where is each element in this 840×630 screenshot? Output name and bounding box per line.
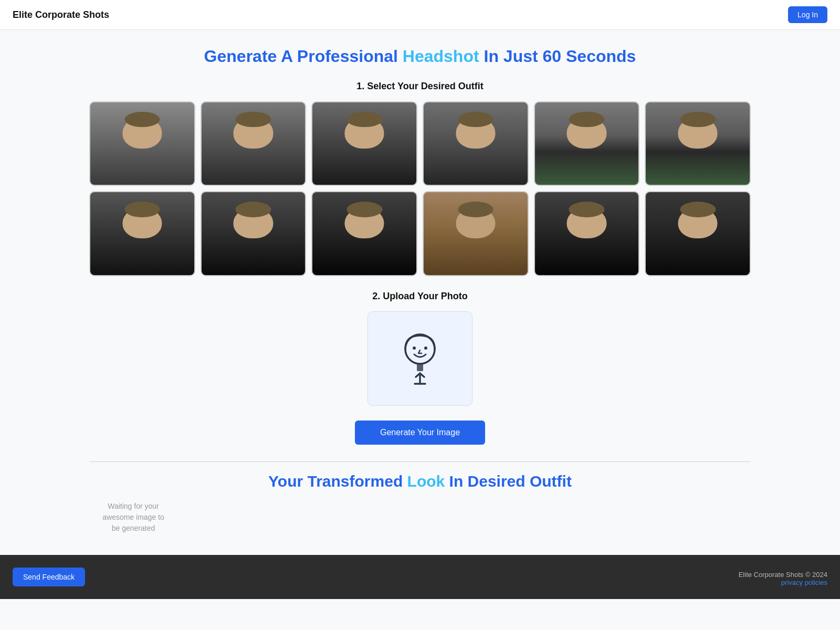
outfit-card-3[interactable] bbox=[311, 101, 417, 186]
login-button[interactable]: Log In bbox=[788, 6, 827, 23]
outfit-card-5[interactable] bbox=[534, 101, 640, 186]
transformed-title-text2: In Desired Outfit bbox=[445, 472, 572, 490]
footer-right: Elite Corporate Shots © 2024 privacy pol… bbox=[739, 571, 827, 586]
hero-title-highlight: Headshot bbox=[403, 47, 479, 66]
main-content: Generate A Professional Headshot In Just… bbox=[79, 30, 761, 534]
outfit-card-4[interactable] bbox=[423, 101, 529, 186]
hero-title: Generate A Professional Headshot In Just… bbox=[89, 47, 751, 66]
transformed-title-text1: Your Transformed bbox=[268, 472, 407, 490]
upload-area bbox=[89, 311, 751, 406]
outfit-card-10[interactable] bbox=[423, 191, 529, 276]
privacy-policies-link[interactable]: privacy policies bbox=[781, 579, 827, 586]
send-feedback-button[interactable]: Send Feedback bbox=[13, 568, 85, 586]
transformed-title-highlight: Look bbox=[407, 472, 445, 490]
header: Elite Corporate Shots Log In bbox=[0, 0, 840, 30]
step1-label: 1. Select Your Desired Outfit bbox=[89, 81, 751, 92]
outfit-card-11[interactable] bbox=[534, 191, 640, 276]
waiting-text: Waiting for your awesome image to be gen… bbox=[102, 501, 165, 534]
outfit-card-1[interactable] bbox=[89, 101, 195, 186]
outfit-card-9[interactable] bbox=[311, 191, 417, 276]
hero-title-text1: Generate A Professional bbox=[204, 47, 403, 66]
generate-button[interactable]: Generate Your Image bbox=[355, 421, 485, 445]
outfit-card-2[interactable] bbox=[201, 101, 307, 186]
svg-point-1 bbox=[413, 346, 416, 350]
hero-title-text2: In Just 60 Seconds bbox=[479, 47, 636, 66]
footer-copyright: Elite Corporate Shots © 2024 bbox=[739, 571, 827, 579]
footer: Send Feedback Elite Corporate Shots © 20… bbox=[0, 555, 840, 599]
outfit-card-6[interactable] bbox=[645, 101, 751, 186]
outfit-card-12[interactable] bbox=[645, 191, 751, 276]
outfit-card-8[interactable] bbox=[201, 191, 307, 276]
generate-area: Generate Your Image bbox=[89, 421, 751, 445]
transformed-title: Your Transformed Look In Desired Outfit bbox=[89, 472, 751, 490]
svg-rect-3 bbox=[417, 364, 423, 371]
brand-title: Elite Corporate Shots bbox=[13, 9, 109, 20]
upload-section: 2. Upload Your Photo bbox=[89, 291, 751, 406]
outfit-card-7[interactable] bbox=[89, 191, 195, 276]
upload-box[interactable] bbox=[368, 311, 472, 406]
svg-point-2 bbox=[424, 346, 427, 350]
outfit-grid bbox=[89, 101, 751, 276]
upload-face-icon bbox=[394, 327, 446, 390]
waiting-message: Waiting for your awesome image to be gen… bbox=[89, 501, 751, 534]
section-divider bbox=[89, 461, 751, 462]
step2-label: 2. Upload Your Photo bbox=[89, 291, 751, 302]
